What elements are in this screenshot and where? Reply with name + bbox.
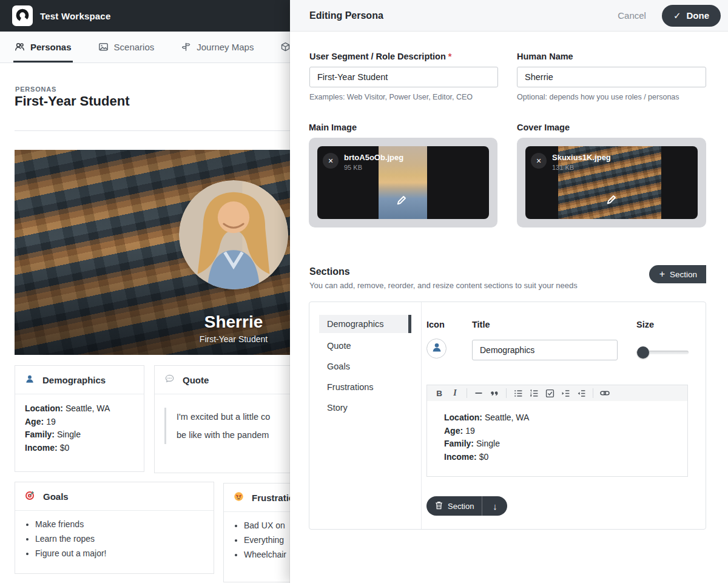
persona-role: First-Year Student xyxy=(167,334,300,344)
trash-icon xyxy=(435,501,443,511)
file-name: Skuxius1K.jpeg xyxy=(552,153,611,162)
ordered-list-button[interactable] xyxy=(527,386,541,400)
section-nav-goals[interactable]: Goals xyxy=(309,356,421,377)
section-delete-split-button: Section ↓ xyxy=(426,496,507,516)
human-name-label: Human Name xyxy=(517,52,706,61)
done-button[interactable]: ✓ Done xyxy=(662,5,721,27)
icon-field-label: Icon xyxy=(426,320,445,329)
cover-image-group: Cover Image × Skuxius1K.jpeg 131 KB xyxy=(517,123,706,227)
sections-subtitle: You can add, remove, reorder, and resize… xyxy=(309,281,578,290)
slider-thumb[interactable] xyxy=(637,346,649,359)
file-size: 95 KB xyxy=(344,164,362,171)
scenarios-icon xyxy=(98,42,109,52)
link-button[interactable] xyxy=(598,386,612,400)
sections-heading: Sections xyxy=(309,266,350,277)
section-title-input[interactable] xyxy=(472,340,618,360)
plus-icon: + xyxy=(659,269,665,279)
panel-title: Editing Persona xyxy=(309,10,609,21)
goal-item: Figure out a major! xyxy=(35,548,214,558)
section-nav-demographics[interactable]: Demographics xyxy=(319,315,411,333)
main-image-group: Main Image × brtoA5oOb.jpeg 95 KB xyxy=(309,123,497,227)
tab-label: Journey Maps xyxy=(197,42,254,52)
dartboard-icon xyxy=(25,490,35,502)
segment-helper: Examples: Web Visitor, Power User, Edito… xyxy=(309,93,498,101)
segment-label: User Segment / Role Description* xyxy=(309,52,498,61)
required-asterisk: * xyxy=(448,52,452,61)
section-nav-frustrations[interactable]: Frustrations xyxy=(309,377,421,397)
toolbar-separator xyxy=(467,388,467,398)
goal-item: Learn the ropes xyxy=(35,534,214,544)
demo-line: Location:Seattle, WA xyxy=(25,402,134,416)
main-image-label: Main Image xyxy=(309,123,497,132)
app-logo-icon[interactable] xyxy=(12,5,33,26)
personas-icon xyxy=(15,42,25,52)
size-field-label: Size xyxy=(636,320,654,329)
cover-image-label: Cover Image xyxy=(517,123,706,132)
remove-file-button[interactable]: × xyxy=(323,153,339,169)
italic-button[interactable]: I xyxy=(448,386,462,400)
add-section-button[interactable]: + Section xyxy=(649,265,706,283)
outdent-button[interactable] xyxy=(574,386,588,400)
cover-image-dropzone[interactable]: × Skuxius1K.jpeg 131 KB xyxy=(517,138,706,227)
editing-persona-panel: Editing Persona Cancel ✓ Done User Segme… xyxy=(290,0,728,583)
content-line: Location:Seattle, WA xyxy=(444,411,679,425)
indent-button[interactable] xyxy=(558,386,573,400)
main-image-file-card: × brtoA5oOb.jpeg 95 KB xyxy=(317,146,489,219)
tab-journey-maps[interactable]: Journey Maps xyxy=(181,32,254,62)
file-name: brtoA5oOb.jpeg xyxy=(344,153,403,162)
human-name-helper: Optional: depends how you use roles / pe… xyxy=(517,93,706,101)
bullet-list-button[interactable] xyxy=(511,386,525,400)
remove-file-button[interactable]: × xyxy=(531,153,547,169)
check-list-button[interactable] xyxy=(542,386,557,400)
delete-section-button[interactable]: Section xyxy=(426,501,482,511)
segment-input[interactable] xyxy=(309,67,498,87)
richtext-toolbar: B I xyxy=(426,385,688,402)
file-size: 131 KB xyxy=(552,164,574,171)
section-nav: Demographics Quote Goals Frustrations St… xyxy=(309,302,422,529)
angry-face-icon xyxy=(234,491,244,504)
richtext-content[interactable]: Location:Seattle, WA Age:19 Family:Singl… xyxy=(426,401,688,477)
main-image-dropzone[interactable]: × brtoA5oOb.jpeg 95 KB xyxy=(309,138,497,227)
goal-item: Make friends xyxy=(35,519,214,529)
demo-line: Income:$0 xyxy=(25,442,134,455)
human-name-input[interactable] xyxy=(517,67,706,87)
goals-content: Make friends Learn the ropes Figure out … xyxy=(15,511,214,558)
section-nav-quote[interactable]: Quote xyxy=(309,335,421,356)
person-icon xyxy=(431,342,442,355)
move-section-down-button[interactable]: ↓ xyxy=(482,501,507,511)
page-title: First-Year Student xyxy=(15,93,129,109)
cancel-button[interactable]: Cancel xyxy=(609,7,655,24)
edit-pencil-icon[interactable] xyxy=(395,194,408,207)
tab-scenarios[interactable]: Scenarios xyxy=(98,32,155,62)
demographics-content: Location:Seattle, WA Age:19 Family:Singl… xyxy=(15,394,144,462)
tab-personas[interactable]: Personas xyxy=(15,32,72,62)
card-title: Quote xyxy=(183,375,209,385)
demo-line: Age:19 xyxy=(25,416,134,429)
size-slider[interactable] xyxy=(636,346,689,359)
bold-button[interactable]: B xyxy=(432,386,447,400)
goals-card: Goals Make friends Learn the ropes Figur… xyxy=(15,482,214,574)
card-title: Goals xyxy=(43,491,69,502)
section-editor-card: Demographics Quote Goals Frustrations St… xyxy=(309,302,706,530)
toolbar-separator xyxy=(593,388,593,398)
title-field-label: Title xyxy=(472,320,490,329)
edit-pencil-icon[interactable] xyxy=(605,193,618,206)
card-title: Demographics xyxy=(42,375,106,385)
human-name-field-group: Human Name Optional: depends how you use… xyxy=(517,52,706,101)
section-nav-story[interactable]: Story xyxy=(309,397,421,418)
content-line: Income:$0 xyxy=(444,451,679,464)
check-icon: ✓ xyxy=(673,10,681,21)
section-editor: Icon Title Size B I xyxy=(426,302,689,529)
tab-label: Scenarios xyxy=(114,42,155,52)
content-line: Family:Single xyxy=(444,437,679,451)
horizontal-rule-button[interactable] xyxy=(471,386,486,400)
epics-icon xyxy=(280,42,291,52)
workspace-title: Test Workspace xyxy=(40,11,110,21)
persona-name: Sherrie xyxy=(179,312,288,332)
journey-maps-icon xyxy=(181,42,191,52)
persona-avatar xyxy=(179,180,288,289)
blockquote-button[interactable] xyxy=(487,386,502,400)
section-icon-picker[interactable] xyxy=(426,339,447,359)
goals-card-header: Goals xyxy=(15,482,214,511)
cover-image-file-card: × Skuxius1K.jpeg 131 KB xyxy=(525,146,698,219)
